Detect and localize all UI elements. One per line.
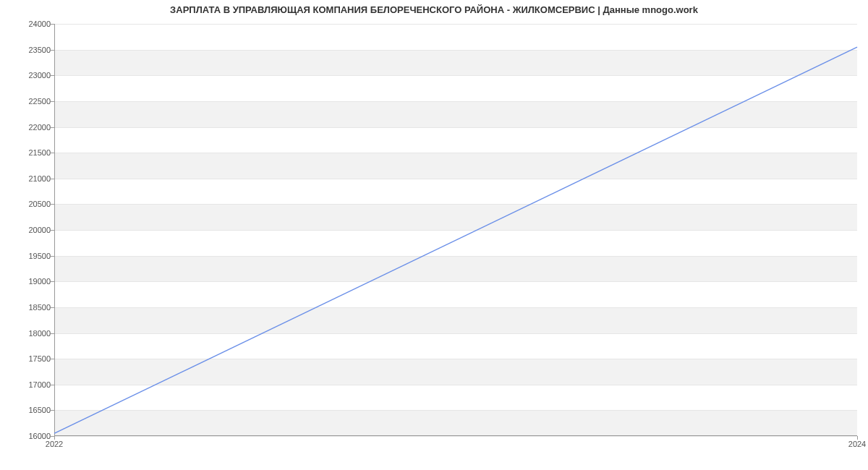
y-tick [51, 24, 54, 25]
y-tick-label: 19000 [28, 277, 51, 286]
y-tick-label: 23000 [28, 71, 51, 80]
y-tick-label: 19500 [28, 252, 51, 260]
y-tick-label: 17500 [28, 354, 51, 363]
y-tick [51, 127, 54, 128]
line-series [54, 24, 857, 436]
y-tick-label: 17000 [28, 380, 51, 389]
y-tick [51, 307, 54, 308]
y-tick [51, 333, 54, 334]
y-tick [51, 385, 54, 385]
y-tick-label: 21500 [28, 148, 51, 157]
salary-line [54, 47, 857, 433]
y-tick [51, 101, 54, 102]
y-tick-label: 24000 [28, 20, 51, 28]
line-chart: ЗАРПЛАТА В УПРАВЛЯЮЩАЯ КОМПАНИЯ БЕЛОРЕЧЕ… [0, 0, 868, 470]
y-tick [51, 179, 54, 179]
y-tick-label: 18500 [28, 303, 51, 312]
y-tick [51, 256, 54, 257]
plot-area [54, 24, 857, 436]
x-tick-label: 2022 [46, 440, 63, 448]
y-tick [51, 75, 54, 76]
y-tick-label: 23500 [28, 46, 51, 54]
y-tick [51, 281, 54, 282]
y-gridline [54, 436, 857, 437]
y-tick [51, 153, 54, 153]
x-tick-label: 2024 [848, 440, 866, 448]
y-tick-label: 22000 [28, 123, 51, 132]
y-tick-label: 22500 [28, 97, 51, 106]
chart-title: ЗАРПЛАТА В УПРАВЛЯЮЩАЯ КОМПАНИЯ БЕЛОРЕЧЕ… [0, 4, 868, 15]
y-tick [51, 204, 54, 205]
y-tick [51, 230, 54, 231]
y-tick [51, 50, 54, 51]
y-tick [51, 359, 54, 359]
y-tick-label: 21000 [28, 174, 51, 183]
y-tick-label: 20000 [28, 226, 51, 234]
y-tick [51, 410, 54, 411]
y-tick-label: 16500 [28, 406, 51, 414]
y-tick-label: 18000 [28, 329, 51, 338]
y-tick-label: 20500 [28, 200, 51, 208]
